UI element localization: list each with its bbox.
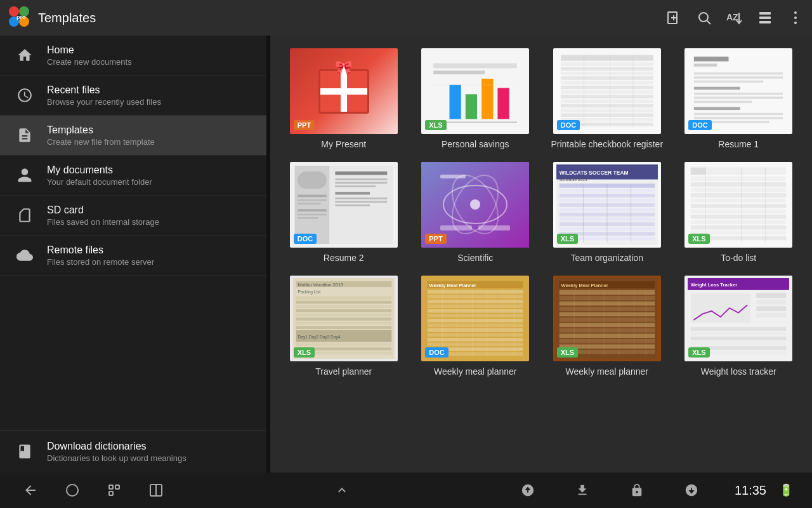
template-checkbook[interactable]: DOC Printable checkbook register — [546, 48, 668, 149]
svg-rect-110 — [691, 182, 787, 187]
template-my-present[interactable]: 🎀 PPT My Present — [283, 48, 405, 149]
svg-rect-200 — [109, 485, 113, 489]
chevron-up-icon[interactable] — [331, 479, 353, 502]
svg-rect-69 — [335, 171, 387, 175]
svg-rect-171 — [559, 312, 655, 317]
badge-doc-meal: DOC — [425, 347, 448, 358]
badge-doc-resume1: DOC — [688, 120, 711, 130]
page-title: Templates — [38, 11, 665, 25]
sdcard-subtitle: Files saved on internal storage — [47, 217, 159, 227]
template-weight[interactable]: Weight Loss Tracker XLS — [678, 276, 800, 377]
dict-title: Download dictionaries — [47, 441, 187, 452]
svg-rect-138 — [296, 344, 391, 347]
template-resume2[interactable]: DOC Resume 2 — [283, 162, 405, 263]
svg-rect-195 — [691, 337, 787, 340]
topbar: pro Templates AZ — [0, 0, 812, 36]
template-team-org[interactable]: WILDCATS SOCCER TEAM Schedule 2013 — [546, 162, 668, 263]
home-button[interactable] — [61, 479, 84, 502]
thumb-checkbook: DOC — [553, 48, 661, 134]
sidebar-item-dictionaries[interactable]: Download dictionaries Dictionaries to lo… — [0, 430, 266, 472]
svg-rect-50 — [694, 76, 783, 79]
svg-line-9 — [707, 21, 711, 25]
thumb-resume1: DOC — [684, 48, 792, 134]
sort-az-icon[interactable]: AZ — [726, 9, 743, 27]
svg-rect-64 — [298, 199, 327, 201]
recent-apps-button[interactable] — [103, 479, 126, 502]
settings-icon[interactable] — [756, 9, 774, 27]
svg-rect-112 — [691, 193, 787, 197]
svg-rect-33 — [561, 81, 653, 84]
battery-icon: 🔋 — [779, 483, 793, 497]
sidebar-item-templates[interactable]: Templates Create new file from template — [0, 116, 266, 156]
sidebar-item-sdcard[interactable]: SD card Files saved on internal storage — [0, 196, 266, 236]
new-file-icon[interactable] — [665, 9, 683, 27]
template-todo[interactable]: XLS To-do list — [678, 162, 800, 263]
split-button[interactable] — [145, 479, 167, 502]
svg-rect-32 — [561, 76, 653, 79]
template-meal-doc[interactable]: Weekly Meal Planner — [415, 276, 537, 377]
template-meal-xls[interactable]: Weekly Meal Planner — [546, 276, 668, 377]
content-area: 🎀 PPT My Present — [270, 36, 812, 472]
template-scientific[interactable]: PPT Scientific — [415, 162, 537, 263]
svg-rect-148 — [428, 309, 523, 313]
svg-rect-150 — [428, 319, 523, 323]
template-travel[interactable]: Malibu Vacation 2013 Packing List Day1 D… — [283, 276, 405, 377]
svg-rect-176 — [559, 339, 655, 344]
search-icon[interactable] — [695, 9, 713, 27]
svg-rect-31 — [561, 72, 653, 75]
thumb-travel: Malibu Vacation 2013 Packing List Day1 D… — [290, 276, 398, 361]
svg-rect-201 — [115, 485, 119, 489]
template-personal-savings[interactable]: XLS Personal savings — [415, 48, 537, 149]
svg-rect-134 — [296, 322, 391, 325]
cloud-icon — [13, 243, 37, 267]
svg-rect-190 — [756, 300, 786, 305]
svg-rect-22 — [466, 94, 477, 119]
svg-rect-24 — [498, 88, 509, 119]
back-button[interactable] — [19, 479, 42, 502]
sdcard-icon — [13, 203, 37, 227]
recycle-icon — [516, 479, 539, 502]
documents-subtitle: Your default document folder — [47, 177, 152, 187]
svg-point-81 — [470, 199, 480, 210]
sidebar-item-recent[interactable]: Recent files Browse your recently used f… — [0, 76, 266, 116]
svg-rect-108 — [744, 168, 768, 175]
svg-rect-53 — [694, 93, 783, 95]
svg-text:WILDCATS SOCCER TEAM: WILDCATS SOCCER TEAM — [559, 170, 628, 176]
home-icon — [13, 43, 37, 67]
svg-rect-75 — [335, 201, 387, 203]
sidebar-item-remote[interactable]: Remote files Files stored on remote serv… — [0, 236, 266, 276]
svg-rect-66 — [298, 209, 327, 211]
sidebar-item-documents[interactable]: My documents Your default document folde… — [0, 156, 266, 196]
thumb-scientific: PPT — [421, 162, 529, 248]
svg-rect-130 — [296, 305, 391, 308]
svg-rect-131 — [296, 309, 391, 312]
sdcard-title: SD card — [47, 204, 159, 216]
svg-text:Weekly Meal Planner: Weekly Meal Planner — [429, 283, 476, 288]
bottombar: 11:35 🔋 — [0, 472, 812, 508]
template-icon — [13, 123, 37, 147]
svg-rect-174 — [559, 328, 655, 333]
sidebar-item-home[interactable]: Home Create new documents — [0, 36, 266, 76]
svg-rect-115 — [691, 210, 787, 214]
svg-rect-68 — [298, 217, 318, 219]
svg-rect-145 — [428, 295, 523, 298]
svg-rect-40 — [561, 114, 653, 117]
template-resume1[interactable]: DOC Resume 1 — [678, 48, 800, 149]
svg-rect-48 — [694, 64, 717, 67]
svg-point-15 — [794, 11, 797, 14]
svg-rect-116 — [691, 215, 787, 219]
svg-rect-63 — [298, 195, 327, 197]
template-name-todo: To-do list — [721, 253, 756, 263]
template-name-checkbook: Printable checkbook register — [551, 139, 663, 149]
svg-rect-146 — [428, 300, 523, 304]
svg-point-8 — [699, 13, 708, 22]
svg-rect-170 — [559, 307, 655, 311]
svg-rect-70 — [335, 178, 387, 180]
more-vert-icon[interactable] — [787, 9, 804, 27]
svg-rect-144 — [428, 290, 523, 294]
template-name-team: Team organization — [571, 253, 643, 263]
svg-rect-51 — [694, 81, 763, 83]
svg-rect-154 — [428, 338, 523, 342]
svg-rect-194 — [691, 332, 787, 336]
thumb-my-present: 🎀 PPT — [290, 48, 398, 134]
